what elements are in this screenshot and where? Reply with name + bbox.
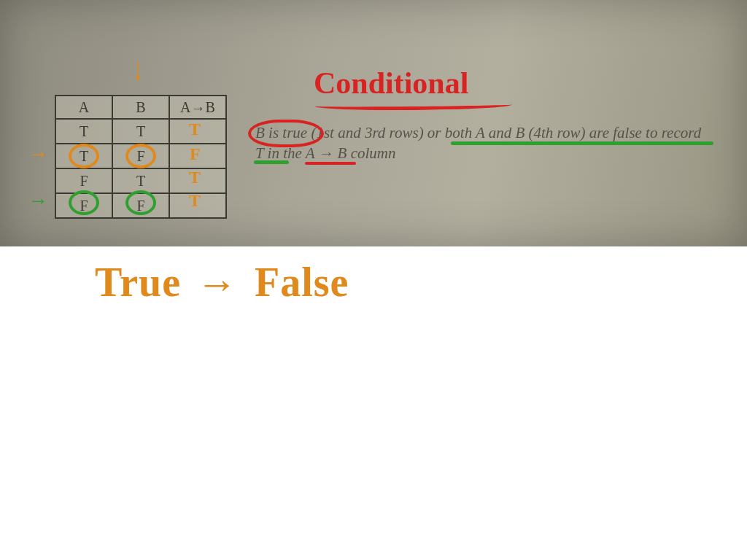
conditional-title: Conditional xyxy=(314,66,468,101)
cell-b: T xyxy=(112,168,169,193)
overlay-result-row2: F xyxy=(190,144,201,164)
handwriting-true-implies-false: True → False xyxy=(95,259,349,306)
header-a: A xyxy=(55,96,112,119)
cell-a: F xyxy=(55,168,112,193)
worksheet-photo-region: A B A→B T T T F F T F F T F T T ↓ → xyxy=(0,0,747,246)
overlay-result-row4: T xyxy=(189,191,201,211)
right-arrow-icon: → xyxy=(196,260,238,307)
conditional-title-underline xyxy=(315,100,512,111)
header-a-implies-b: A→B xyxy=(169,96,226,119)
green-circle-row4-a xyxy=(69,190,99,215)
cell-b: T xyxy=(112,119,169,144)
right-arrow-row4-icon: → xyxy=(28,189,48,212)
handwriting-true: True xyxy=(95,260,181,305)
green-underline-phrase xyxy=(451,141,713,145)
green-underline-false xyxy=(254,160,289,164)
overlay-result-row3: T xyxy=(189,168,201,187)
orange-circle-row2-a xyxy=(69,144,99,168)
handwriting-false: False xyxy=(255,260,349,305)
overlay-result-row1: T xyxy=(189,120,201,139)
table-header-row: A B A→B xyxy=(55,96,226,119)
cell-a: T xyxy=(55,119,112,144)
down-arrow-icon: ↓ xyxy=(132,51,143,88)
orange-circle-row2-b xyxy=(125,144,156,168)
red-oval-b-is-true xyxy=(248,120,324,147)
red-underline-record xyxy=(305,162,356,165)
header-b: B xyxy=(112,96,169,119)
green-circle-row4-b xyxy=(125,190,156,215)
right-arrow-row2-icon: → xyxy=(28,142,48,166)
